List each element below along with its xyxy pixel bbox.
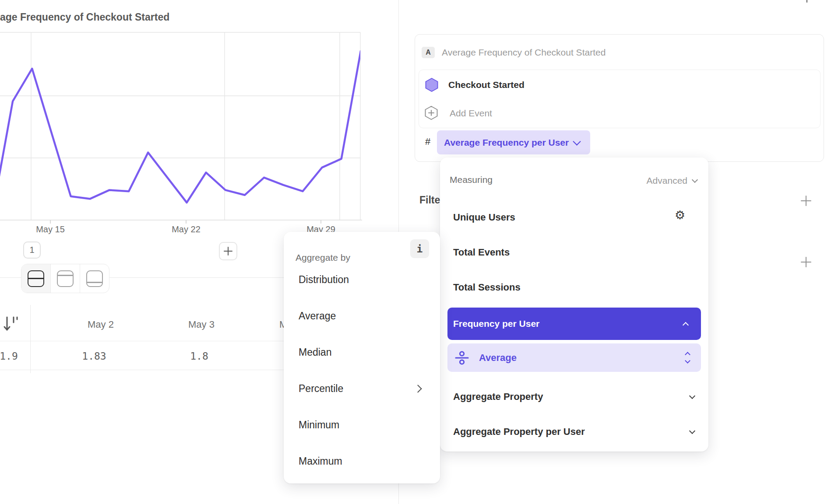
- add-metric-icon[interactable]: [802, 0, 812, 4]
- chevron-down-icon: [692, 177, 698, 183]
- x-axis-label: May 15: [31, 224, 70, 234]
- chevron-right-icon: [414, 385, 422, 392]
- aggregate-by-menu: Aggregate by i Distribution Average Medi…: [284, 232, 440, 483]
- table-cell-may2: 1.83: [63, 350, 125, 362]
- menu-item-total-sessions[interactable]: Total Sessions: [453, 282, 521, 293]
- advanced-label: Advanced: [647, 175, 687, 186]
- measurement-hash-icon: #: [425, 136, 430, 147]
- advanced-toggle[interactable]: Advanced: [647, 175, 697, 186]
- split-rows-icon: [28, 270, 44, 287]
- frequency-aggregation-selector[interactable]: Average: [447, 343, 701, 372]
- aggregate-by-label: Aggregate by: [296, 252, 350, 263]
- chevron-down-icon: [689, 428, 695, 434]
- layout-toggle-footer[interactable]: [80, 264, 109, 293]
- series-count-badge[interactable]: 1: [23, 242, 41, 259]
- metric-card: A Average Frequency of Checkout Started …: [415, 34, 824, 162]
- add-breakdown-button[interactable]: [801, 257, 811, 269]
- event-name[interactable]: Checkout Started: [448, 80, 525, 90]
- layout-toggle-split-rows[interactable]: [21, 264, 51, 293]
- sort-icon[interactable]: [3, 315, 19, 332]
- plus-icon: [224, 247, 232, 256]
- chart-data-line: [0, 51, 361, 208]
- menu-item-aggregate-property[interactable]: Aggregate Property: [440, 388, 708, 406]
- measurement-dropdown[interactable]: Average Frequency per User: [437, 130, 590, 154]
- header-layout-icon: [57, 270, 74, 287]
- add-button[interactable]: [219, 242, 237, 260]
- table-cell-may3: 1.8: [169, 350, 230, 362]
- menu-item-percentile[interactable]: Percentile: [299, 383, 412, 395]
- x-axis-label: May 22: [166, 224, 206, 234]
- chevron-down-icon: [689, 393, 695, 399]
- menu-item-aggregate-property-per-user[interactable]: Aggregate Property per User: [440, 423, 708, 441]
- menu-item-maximum[interactable]: Maximum: [299, 455, 412, 467]
- line-chart: [0, 0, 398, 238]
- table-cell-partial: 1.9: [0, 350, 21, 362]
- average-division-icon: [454, 350, 469, 365]
- sub-selected-label: Average: [479, 352, 517, 364]
- info-icon[interactable]: i: [410, 239, 429, 258]
- layout-toggle-group: [21, 264, 109, 293]
- event-card: Checkout Started Add Event: [419, 70, 820, 128]
- selected-item-label: Frequency per User: [453, 318, 539, 329]
- add-event-button[interactable]: Add Event: [450, 108, 492, 119]
- add-event-icon: [424, 106, 438, 120]
- measurement-dropdown-label: Average Frequency per User: [444, 137, 569, 148]
- table-column-separator: [30, 305, 31, 373]
- metric-letter-badge: A: [422, 47, 435, 58]
- layout-toggle-header[interactable]: [51, 264, 80, 293]
- menu-item-average[interactable]: Average: [299, 310, 412, 322]
- chevron-up-icon: [683, 322, 689, 328]
- table-header-may2[interactable]: May 2: [70, 319, 131, 330]
- app-root: age Frequency of Checkout Started May 15…: [0, 0, 831, 504]
- menu-item-total-events[interactable]: Total Events: [453, 247, 510, 258]
- menu-item-distribution[interactable]: Distribution: [299, 274, 412, 286]
- metric-name-input[interactable]: Average Frequency of Checkout Started: [442, 47, 606, 58]
- metrics-section-heading: Metrics: [418, 0, 454, 3]
- select-updown-icon: [686, 353, 690, 363]
- event-hexagon-icon: [425, 78, 439, 92]
- measuring-menu: Measuring Advanced Unique Users ⚙ Total …: [440, 158, 708, 452]
- menu-item-frequency-per-user-selected[interactable]: Frequency per User: [447, 308, 701, 340]
- menu-item-median[interactable]: Median: [299, 346, 412, 358]
- table-header-may3[interactable]: May 3: [171, 319, 232, 330]
- footer-layout-icon: [86, 270, 103, 287]
- measuring-label: Measuring: [450, 175, 493, 185]
- add-filter-button[interactable]: [801, 196, 811, 208]
- gear-icon[interactable]: ⚙: [675, 210, 685, 221]
- menu-item-unique-users[interactable]: Unique Users: [453, 212, 515, 223]
- menu-item-minimum[interactable]: Minimum: [299, 419, 412, 431]
- chevron-down-icon: [573, 137, 581, 145]
- collapsed-item-label: Aggregate Property: [453, 391, 543, 402]
- collapsed-item-label: Aggregate Property per User: [453, 426, 585, 438]
